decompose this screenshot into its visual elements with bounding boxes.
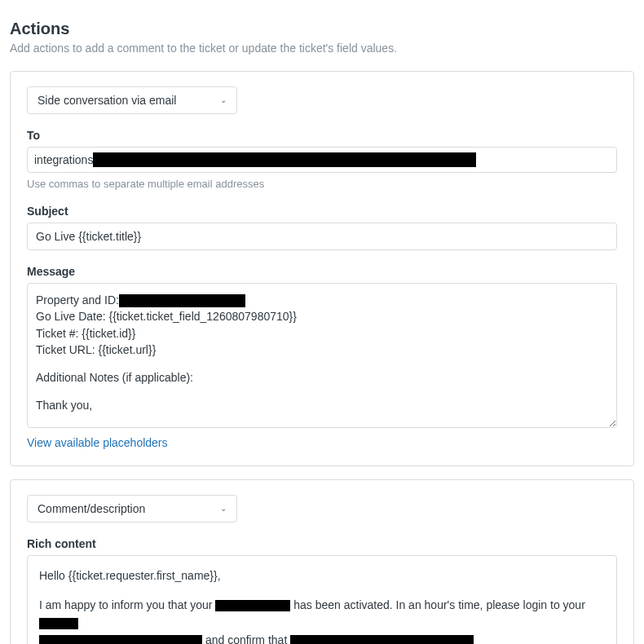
redacted-text [93, 152, 476, 167]
redacted-text [39, 618, 78, 629]
rich-p1b: has been activated. In an hour's time, p… [290, 598, 584, 611]
message-label: Message [27, 265, 617, 278]
to-value-visible: integrations [34, 153, 93, 166]
message-textarea[interactable]: Property and ID: Go Live Date: {{ticket.… [28, 284, 616, 427]
msg-line-5: Additional Notes (if applicable): [36, 369, 602, 386]
action-card-comment: Comment/description ⌄ Rich content Hello… [10, 479, 634, 644]
action-type-label: Side conversation via email [37, 94, 176, 107]
action-type-select-2[interactable]: Comment/description ⌄ [27, 495, 237, 523]
msg-line-4: Ticket URL: {{ticket.url}} [36, 342, 602, 358]
to-input[interactable]: integrations [27, 147, 617, 173]
redacted-text [39, 635, 202, 644]
chevron-down-icon: ⌄ [220, 96, 227, 104]
action-type-select[interactable]: Side conversation via email ⌄ [27, 86, 237, 114]
to-label: To [27, 129, 617, 142]
to-helper-text: Use commas to separate multiple email ad… [27, 178, 617, 190]
subject-label: Subject [27, 205, 617, 218]
redacted-text [119, 294, 245, 307]
chevron-down-icon: ⌄ [220, 505, 227, 513]
msg-line-2: Go Live Date: {{ticket.ticket_field_1260… [36, 308, 602, 324]
rich-content-label: Rich content [27, 537, 617, 550]
msg-line-6: Thank you, [36, 397, 602, 413]
redacted-text [290, 635, 474, 644]
view-placeholders-link[interactable]: View available placeholders [27, 436, 168, 449]
action-card-email: Side conversation via email ⌄ To integra… [10, 71, 634, 466]
action-type-label-2: Comment/description [37, 502, 145, 515]
page-subtitle: Add actions to add a comment to the tick… [10, 42, 634, 55]
redacted-text [215, 600, 290, 611]
subject-input[interactable] [27, 223, 617, 250]
rich-greeting: Hello {{ticket.requester.first_name}}, [39, 567, 605, 585]
msg-line-1a: Property and ID: [36, 293, 119, 307]
page-title: Actions [10, 20, 634, 38]
rich-p1a: I am happy to inform you that your [39, 598, 215, 611]
msg-line-3: Ticket #: {{ticket.id}} [36, 325, 602, 342]
rich-p2a: and confirm that [202, 633, 290, 644]
rich-content-editor[interactable]: Hello {{ticket.requester.first_name}}, I… [27, 555, 617, 644]
